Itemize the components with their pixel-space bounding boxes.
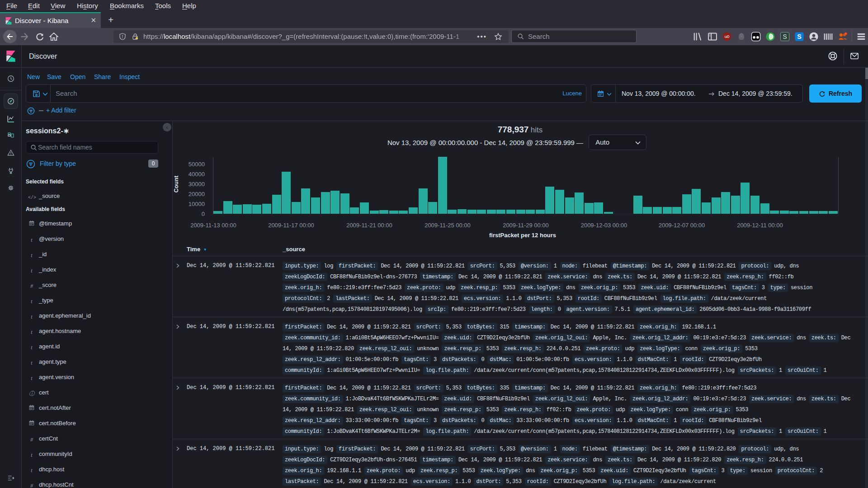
svg-text:u0: u0 xyxy=(725,34,730,39)
svg-text:S: S xyxy=(797,33,802,40)
svg-text:S: S xyxy=(783,33,787,40)
